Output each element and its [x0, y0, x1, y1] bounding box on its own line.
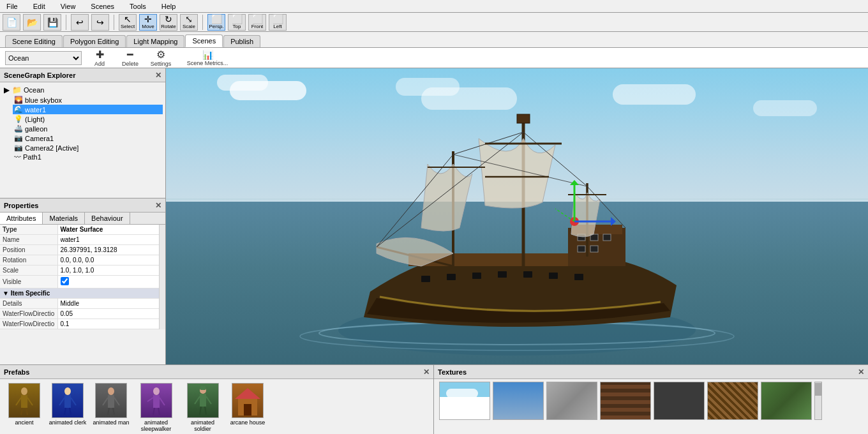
prop-rotation-input[interactable] [61, 257, 163, 264]
open-button[interactable]: 📂 [23, 14, 41, 31]
texture-sky-blue[interactable] [493, 382, 544, 420]
tree-node-skybox[interactable]: 🌄 blue skybox [13, 95, 163, 105]
tree-node-camera2[interactable]: 📷 Camera2 [Active] [13, 143, 163, 153]
tab-polygon-editing[interactable]: Polygon Editing [63, 35, 126, 47]
tab-scenes[interactable]: Scenes [185, 34, 223, 47]
texture-scrollbar[interactable] [814, 382, 822, 420]
viewport[interactable] [166, 68, 868, 364]
tab-light-mapping[interactable]: Light Mapping [126, 35, 184, 47]
tree-node-galleon[interactable]: 🚢 galleon [13, 124, 163, 133]
prefab-animated-sleepwalker[interactable]: animated sleepwalker [135, 383, 177, 432]
prop-item-specific-label: ▼ Item Specific [0, 288, 165, 299]
redo-button[interactable]: ↪ [91, 14, 109, 31]
top-icon: ⬜ [232, 15, 243, 24]
properties-tabs: Attributes Materials Behaviour [0, 213, 165, 225]
prop-scale-value[interactable] [57, 266, 165, 276]
tab-scene-editing[interactable]: Scene Editing [5, 35, 63, 47]
tab-publish[interactable]: Publish [223, 35, 260, 47]
scene-select[interactable]: Ocean [5, 51, 82, 65]
scale-button[interactable]: ⤡ Scale [180, 14, 198, 31]
settings-button[interactable]: ⚙ Settings [148, 49, 174, 67]
sep3 [202, 15, 203, 30]
prop-scale-input[interactable] [61, 267, 163, 274]
tree-node-light[interactable]: 💡 (Light) [13, 114, 163, 124]
scene-metrics-label: Scene Metrics... [187, 60, 228, 66]
prop-row-scale: Scale [0, 266, 165, 276]
prefab-animated-man[interactable]: animated man [92, 383, 130, 432]
select-button[interactable]: ↖ Select [119, 14, 137, 31]
persp-button[interactable]: ⬜ Persp. [207, 14, 225, 31]
item-specific-text: Item Specific [11, 290, 50, 297]
move-button[interactable]: ✛ Move [139, 14, 157, 31]
prefab-animated-clerk[interactable]: animated clerk [49, 383, 87, 432]
prop-visible-value[interactable] [57, 276, 165, 288]
collapse-icon[interactable]: ▼ [3, 290, 9, 297]
add-button[interactable]: ✚ Add [87, 49, 112, 67]
delete-button[interactable]: ━ Delete [117, 49, 143, 67]
prefab-animated-soldier[interactable]: animated soldier [182, 383, 223, 432]
new-button[interactable]: 📄 [3, 14, 20, 31]
front-button[interactable]: ⬜ Front [248, 14, 266, 31]
rotate-label: Rotate [161, 24, 176, 29]
add-label: Add [94, 61, 105, 67]
menu-scenes[interactable]: Scenes [87, 1, 118, 11]
delete-label: Delete [122, 61, 138, 67]
texture-scroll-thumb[interactable] [815, 383, 821, 396]
prop-tab-attributes[interactable]: Attributes [0, 213, 43, 224]
sep1 [66, 15, 66, 30]
prefab-ancient[interactable]: ancient [5, 383, 43, 432]
menu-file[interactable]: File [3, 1, 22, 11]
scene-metrics-button[interactable]: 📊 Scene Metrics... [179, 49, 236, 67]
prop-name-value[interactable] [57, 235, 165, 245]
menu-tools[interactable]: Tools [126, 1, 150, 11]
cloud-6 [753, 100, 817, 116]
menu-view[interactable]: View [57, 1, 80, 11]
scene-tree: ▶ 📁 Ocean 🌄 blue skybox 🌊 water1 💡 (Ligh… [0, 82, 165, 164]
gizmo-x-arrow [611, 217, 616, 226]
save-button[interactable]: 💾 [43, 14, 61, 31]
texture-ornate[interactable] [707, 382, 758, 420]
properties-close[interactable]: ✕ [155, 201, 161, 210]
texture-dark-panel[interactable] [654, 382, 705, 420]
scenegraph-close[interactable]: ✕ [155, 71, 161, 80]
svg-line-29 [200, 407, 201, 415]
textures-close[interactable]: ✕ [858, 368, 864, 377]
rotate-button[interactable]: ↻ Rotate [160, 14, 177, 31]
undo-button[interactable]: ↩ [71, 14, 89, 31]
prop-tab-behaviour[interactable]: Behaviour [85, 213, 130, 224]
texture-grey[interactable] [546, 382, 597, 420]
menu-help[interactable]: Help [158, 1, 180, 11]
add-icon: ✚ [96, 49, 104, 61]
menubar: File Edit View Scenes Tools Help [0, 0, 868, 13]
tree-node-ocean[interactable]: ▶ 📁 Ocean [3, 85, 163, 95]
prop-position-input[interactable] [61, 246, 163, 253]
tree-node-path1[interactable]: 〰 Path1 [13, 153, 163, 161]
rotate-icon: ↻ [165, 15, 172, 24]
prop-tab-materials[interactable]: Materials [43, 213, 85, 224]
gun-port-5 [523, 271, 532, 278]
svg-rect-7 [64, 395, 71, 408]
prop-visible-checkbox[interactable] [61, 277, 69, 285]
prefab-man-thumb [95, 383, 127, 418]
properties-scroll[interactable]: Type Water Surface Name Position Rotatio… [0, 225, 165, 329]
left-button[interactable]: ⬜ Left [269, 14, 287, 31]
ship-svg [294, 100, 740, 364]
prefab-arcane-house[interactable]: arcane house [228, 383, 267, 432]
menu-edit[interactable]: Edit [29, 1, 49, 11]
cloud-4 [396, 78, 460, 96]
prefabs-close[interactable]: ✕ [423, 368, 430, 377]
prop-name-input[interactable] [61, 236, 163, 243]
texture-sky-clouds[interactable] [439, 382, 490, 420]
texture-wood[interactable] [600, 382, 651, 420]
tree-node-water1[interactable]: 🌊 water1 [13, 105, 163, 114]
prop-waterflow1-value: 0.05 [57, 309, 165, 319]
tree-node-camera1[interactable]: 📷 Camera1 [13, 133, 163, 143]
prefab-ancient-thumb [8, 383, 40, 418]
prop-position-value[interactable] [57, 245, 165, 255]
ocean-icon: ▶ [4, 86, 10, 94]
top-button[interactable]: ⬜ Top [228, 14, 246, 31]
prop-rotation-value[interactable] [57, 255, 165, 266]
properties-scrollbar[interactable] [159, 225, 165, 329]
scenegraph-panel: SceneGraph Explorer ✕ ▶ 📁 Ocean 🌄 blue s… [0, 68, 165, 198]
texture-foliage[interactable] [761, 382, 812, 420]
